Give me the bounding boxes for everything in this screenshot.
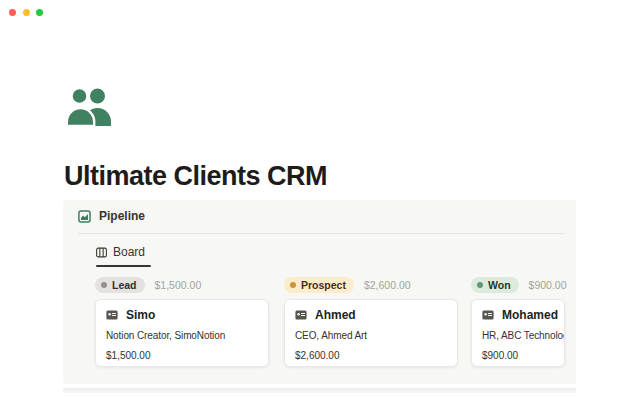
next-section-edge [63, 388, 576, 393]
contact-card-icon [295, 310, 307, 320]
board-column-lead: Lead $1,500.00 [95, 277, 269, 367]
kanban-board: Lead $1,500.00 [95, 277, 565, 367]
board-card-mohamed[interactable]: Mohamed HR, ABC Technology $900.00 [471, 299, 565, 367]
board-card-ahmed[interactable]: Ahmed CEO, Ahmed Art $2,600.00 [284, 299, 458, 367]
column-total: $2,600.00 [364, 279, 411, 291]
status-label: Prospect [301, 279, 346, 291]
card-name: Mohamed [502, 308, 558, 322]
board-icon [96, 247, 107, 258]
board-column-prospect: Prospect $2,600.00 [284, 277, 458, 367]
card-amount: $900.00 [482, 350, 554, 361]
minimize-window-button[interactable] [23, 9, 30, 16]
status-label: Lead [112, 279, 137, 291]
status-dot-icon [477, 282, 483, 288]
window-controls [9, 9, 43, 16]
active-tab-indicator [96, 265, 151, 267]
column-header: Won $900.00 [471, 277, 565, 293]
close-window-button[interactable] [9, 9, 16, 16]
status-dot-icon [101, 282, 107, 288]
status-badge-lead[interactable]: Lead [95, 277, 145, 293]
status-badge-prospect[interactable]: Prospect [284, 277, 354, 293]
card-name: Simo [126, 308, 155, 322]
zoom-window-button[interactable] [36, 9, 43, 16]
people-icon[interactable] [66, 86, 112, 126]
column-header: Lead $1,500.00 [95, 277, 269, 293]
page-title[interactable]: Ultimate Clients CRM [64, 161, 327, 192]
column-total: $1,500.00 [155, 279, 202, 291]
status-dot-icon [290, 282, 296, 288]
contact-card-icon [482, 310, 494, 320]
board-card-simo[interactable]: Simo Notion Creator, SimoNotion $1,500.0… [95, 299, 269, 367]
contact-card-icon [106, 310, 118, 320]
tab-board-label: Board [113, 245, 145, 259]
card-subtitle: Notion Creator, SimoNotion [106, 330, 258, 341]
pipeline-section-title: Pipeline [99, 209, 145, 223]
card-subtitle: HR, ABC Technology [482, 330, 554, 341]
pipeline-panel: Pipeline Board Lead [63, 200, 576, 384]
chart-icon [78, 210, 91, 223]
column-header: Prospect $2,600.00 [284, 277, 458, 293]
board-column-won: Won $900.00 Mo [471, 277, 565, 367]
pipeline-section-toggle[interactable]: Pipeline [78, 209, 145, 223]
card-amount: $2,600.00 [295, 350, 447, 361]
card-subtitle: CEO, Ahmed Art [295, 330, 447, 341]
notion-window: Ultimate Clients CRM Pipeline Board [0, 0, 640, 400]
status-badge-won[interactable]: Won [471, 277, 519, 293]
column-total: $900.00 [529, 279, 567, 291]
tab-board[interactable]: Board [96, 245, 145, 265]
card-amount: $1,500.00 [106, 350, 258, 361]
section-divider [78, 233, 565, 234]
card-name: Ahmed [315, 308, 356, 322]
status-label: Won [488, 279, 511, 291]
